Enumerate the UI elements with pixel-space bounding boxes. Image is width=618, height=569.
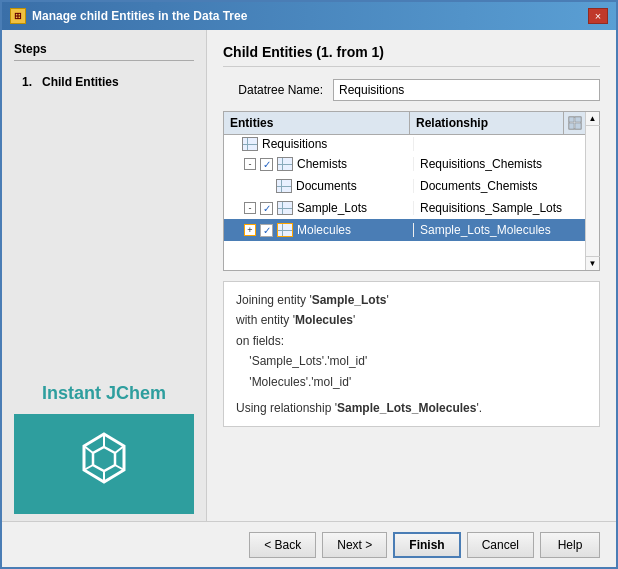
step-label: Child Entities [42,75,119,89]
finish-button[interactable]: Finish [393,532,460,558]
info-line3: on fields: [236,331,587,351]
entity-name: Molecules [297,223,351,237]
relationship-value: Requisitions_Chemists [414,155,581,173]
step-number: 1. [22,75,42,89]
next-button[interactable]: Next > [322,532,387,558]
relationship-value: Requisitions_Sample_Lots [414,199,581,217]
sidebar: Steps 1. Child Entities Instant JChem [2,30,207,521]
sidebar-title: Steps [14,42,194,61]
checkbox[interactable] [260,158,273,171]
entity-name: Chemists [297,157,347,171]
table-row[interactable]: - Chemists Requisitions_Chemists [224,153,585,175]
svg-rect-11 [569,123,574,129]
entity-name: Requisitions [262,137,327,151]
entity-icon [277,201,293,215]
info-line1: Joining entity 'Sample_Lots' [236,290,587,310]
checkbox[interactable] [260,224,273,237]
title-bar-left: ⊞ Manage child Entities in the Data Tree [10,8,247,24]
relationship-value: Documents_Chemists [414,177,581,195]
expand-button[interactable]: - [244,202,256,214]
checkbox[interactable] [260,202,273,215]
brand-logo [14,414,194,514]
table-inner: Entities Relationship [224,112,585,270]
scrollbar[interactable]: ▲ ▼ [585,112,599,270]
table-icon [568,116,582,130]
relationship-value [414,142,581,146]
col-header-relationship: Relationship [410,112,563,134]
info-line7: Using relationship 'Sample_Lots_Molecule… [236,398,587,418]
svg-marker-1 [93,447,115,471]
help-button[interactable]: Help [540,532,600,558]
dialog-content: Steps 1. Child Entities Instant JChem [2,30,616,521]
info-line4: 'Sample_Lots'.'mol_id' [236,351,587,371]
brand-icon [69,429,139,499]
table-header: Entities Relationship [224,112,585,135]
panel-title: Child Entities (1. from 1) [223,44,600,67]
expand-button[interactable]: + [244,224,256,236]
info-line5: 'Molecules'.'mol_id' [236,372,587,392]
title-bar: ⊞ Manage child Entities in the Data Tree… [2,2,616,30]
brand-text: Instant JChem [14,373,194,414]
col-header-entities: Entities [224,112,410,134]
datatree-name-row: Datatree Name: [223,79,600,101]
main-dialog: ⊞ Manage child Entities in the Data Tree… [0,0,618,569]
sidebar-item-child-entities[interactable]: 1. Child Entities [14,71,194,93]
table-row[interactable]: Requisitions [224,135,585,153]
table-row[interactable]: + Molecules Sample_Lots_Molecules [224,219,585,241]
entity-name: Sample_Lots [297,201,367,215]
footer: < Back Next > Finish Cancel Help [2,521,616,567]
scroll-up[interactable]: ▲ [586,112,600,126]
svg-rect-9 [569,117,574,122]
entity-table: Entities Relationship [223,111,600,271]
cancel-button[interactable]: Cancel [467,532,534,558]
scroll-down[interactable]: ▼ [586,256,600,270]
dialog-icon: ⊞ [10,8,26,24]
info-line2: with entity 'Molecules' [236,310,587,330]
expand-button[interactable]: - [244,158,256,170]
datatree-label: Datatree Name: [223,83,323,97]
main-panel: Child Entities (1. from 1) Datatree Name… [207,30,616,521]
info-box: Joining entity 'Sample_Lots' with entity… [223,281,600,427]
entity-icon [242,137,258,151]
svg-rect-12 [575,123,581,129]
table-row[interactable]: Documents Documents_Chemists [224,175,585,197]
dialog-title: Manage child Entities in the Data Tree [32,9,247,23]
svg-rect-10 [575,117,581,122]
back-button[interactable]: < Back [249,532,316,558]
entity-icon [277,223,293,237]
table-action-button[interactable] [563,112,585,134]
datatree-name-input[interactable] [333,79,600,101]
close-button[interactable]: × [588,8,608,24]
entity-icon [277,157,293,171]
entity-icon [276,179,292,193]
table-row[interactable]: - Sample_Lots Requisitions_Sample_Lots [224,197,585,219]
relationship-value: Sample_Lots_Molecules [414,221,581,239]
entity-name: Documents [296,179,357,193]
